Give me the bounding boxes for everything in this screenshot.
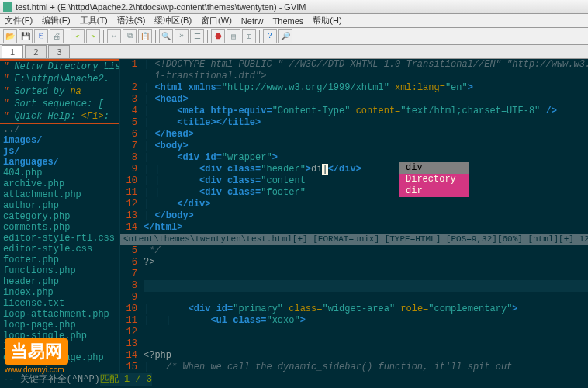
separator [155,30,156,43]
netrw-file[interactable]: 404.php [0,168,119,178]
toolbar: 📂 💾 ⎘ 🖨 ↶ ↷ ✂ ⧉ 📋 🔍 » ☰ ⬣ ▤ ⊞ ? 🔎 [0,28,588,45]
menu-edit[interactable]: 编辑(E) [39,15,74,26]
menu-file[interactable]: 文件(F) [2,15,36,26]
netrw-file[interactable]: attachment.php [0,189,119,200]
netrw-file[interactable]: footer.php [0,255,119,265]
menu-netrw[interactable]: Netrw [238,16,267,26]
saveall-icon[interactable]: ⎘ [34,29,48,43]
cmd-mode: -- 关键字补全(^N^P) [3,373,100,386]
popup-item-selected[interactable]: Directory [399,174,469,185]
menu-buffers[interactable]: 缓冲区(B) [151,15,195,26]
popup-item[interactable]: div [399,162,469,174]
undo-icon[interactable]: ↶ [71,29,85,43]
netrw-file[interactable]: archive.php [0,178,119,189]
netrw-file[interactable]: index.php [0,287,119,298]
netrw-file[interactable]: comments.php [0,222,119,233]
statusline-top: <ntent\themes\twentyten\test.html[+] [FO… [120,234,588,245]
menu-syntax[interactable]: 语法(S) [114,15,149,26]
netrw-file[interactable]: editor-style-rtl.css [0,233,119,244]
popup-item[interactable]: dir [399,185,469,197]
netrw-file[interactable]: functions.php [0,265,119,276]
netrw-dir[interactable]: languages/ [0,157,119,168]
separator [207,30,208,43]
main-area: " Netrw Directory Lis " E:\httpd\Apache2… [0,59,588,373]
netrw-dir[interactable]: images/ [0,135,119,146]
netrw-file[interactable]: editor-style.css [0,244,119,255]
tab-2[interactable]: 2 [25,45,47,58]
line-gutter-bottom: 5678910111213141516171819 [120,245,142,373]
code-area-top[interactable]: | <!DOCTYPE html PUBLIC "-//W3C//DTD XHT… [144,59,588,234]
completion-popup[interactable]: div Directory dir [399,162,469,197]
app-icon [3,2,12,12]
line-gutter: 1 234567891011121314 [120,59,142,234]
replace-icon[interactable]: ☰ [190,29,204,43]
help-icon[interactable]: ? [263,29,277,43]
separator [67,30,67,43]
command-line[interactable]: -- 关键字补全(^N^P) 匹配 1 / 3 [0,373,588,386]
shell-icon[interactable]: ▤ [227,29,240,43]
print-icon[interactable]: 🖨 [50,29,64,43]
window-titlebar: test.html + (E:\httpd\Apache2.2\htdocs\w… [0,0,588,14]
cut-icon[interactable]: ✂ [107,29,121,43]
netrw-file[interactable]: author.php [0,200,119,211]
open-icon[interactable]: 📂 [3,29,17,43]
tab-1[interactable]: 1 [2,45,23,58]
editor-content: 1 234567891011121314 | <!DOCTYPE html PU… [120,59,588,373]
find-icon[interactable]: 🔍 [159,29,173,43]
redo-icon[interactable]: ↷ [86,29,100,43]
separator [259,30,260,43]
menu-help[interactable]: 帮助(H) [310,15,344,26]
search-help-icon[interactable]: 🔎 [278,29,292,43]
netrw-dir[interactable]: js/ [0,146,119,157]
code-area-bottom[interactable]: */ ?> | <div id="primary" class="widget-… [144,245,588,373]
watermark: 当易网 www.downyi.com [5,338,68,374]
netrw-file[interactable]: license.txt [0,298,119,309]
menu-bar: 文件(F) 编辑(E) 工具(T) 语法(S) 缓冲区(B) 窗口(W) Net… [0,14,588,28]
findnext-icon[interactable]: » [175,29,189,43]
bottom-pane[interactable]: 5678910111213141516171819 */ ?> | <div i… [120,245,588,373]
menu-tools[interactable]: 工具(T) [77,15,111,26]
copy-icon[interactable]: ⧉ [123,29,137,43]
ctags-icon[interactable]: ⊞ [242,29,256,43]
netrw-up[interactable]: ../ [0,124,119,135]
paste-icon[interactable]: 📋 [138,29,152,43]
save-icon[interactable]: 💾 [19,29,33,43]
tab-bar: 1 2 3 [0,45,588,59]
separator [103,30,104,43]
top-pane[interactable]: 1 234567891011121314 | <!DOCTYPE html PU… [120,59,588,234]
menu-themes[interactable]: Themes [270,16,307,26]
netrw-file[interactable]: header.php [0,276,119,287]
netrw-sidebar[interactable]: " Netrw Directory Lis " E:\httpd\Apache2… [0,59,120,373]
window-title: test.html + (E:\httpd\Apache2.2\htdocs\w… [16,2,306,12]
netrw-file[interactable]: loop-attachment.php [0,309,119,320]
netrw-file[interactable]: loop-page.php [0,320,119,331]
cmd-match: 匹配 1 / 3 [100,373,152,386]
menu-window[interactable]: 窗口(W) [198,15,235,26]
tab-3[interactable]: 3 [48,45,70,58]
netrw-file[interactable]: category.php [0,211,119,222]
make-icon[interactable]: ⬣ [211,29,225,43]
